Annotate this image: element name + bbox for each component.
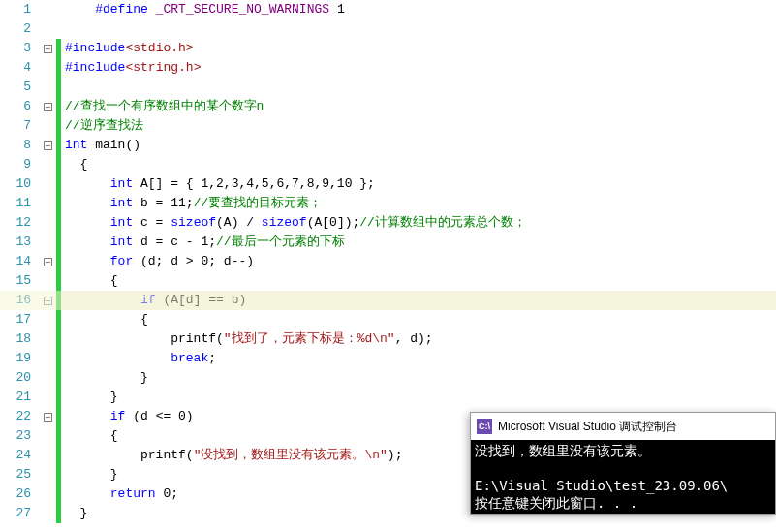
fold-toggle	[39, 310, 56, 329]
line-number: 4	[0, 58, 31, 78]
line-number: 19	[0, 349, 31, 368]
fold-toggle	[39, 78, 56, 97]
line-number: 21	[0, 388, 31, 407]
code-line[interactable]: {	[61, 271, 776, 291]
line-number: 27	[0, 504, 31, 523]
fold-toggle	[39, 116, 56, 136]
line-number: 22	[0, 407, 31, 426]
line-number: 5	[0, 78, 31, 97]
fold-toggle	[39, 504, 56, 523]
code-line[interactable]: int b = 11;//要查找的目标元素；	[61, 194, 776, 213]
code-line[interactable]: int c = sizeof(A) / sizeof(A[0]);//计算数组中…	[61, 213, 776, 233]
line-number: 2	[0, 19, 31, 39]
line-number: 8	[0, 136, 31, 155]
fold-toggle	[39, 426, 56, 446]
code-line[interactable]: int A[] = { 1,2,3,4,5,6,7,8,9,10 };	[61, 174, 776, 194]
line-number: 15	[0, 271, 31, 291]
fold-toggle	[39, 271, 56, 291]
code-line[interactable]: printf("找到了，元素下标是：%d\n", d);	[61, 329, 776, 349]
code-line[interactable]: int main()	[61, 136, 776, 155]
fold-toggle	[39, 485, 56, 504]
code-line[interactable]: for (d; d > 0; d--)	[61, 252, 776, 271]
line-number: 26	[0, 485, 31, 504]
code-line[interactable]	[61, 78, 776, 97]
line-number: 11	[0, 194, 31, 213]
code-line[interactable]: {	[61, 310, 776, 329]
console-title-text: Microsoft Visual Studio 调试控制台	[498, 419, 677, 435]
fold-toggle	[39, 329, 56, 349]
line-number-gutter: 1234567891011121314151617181920212223242…	[0, 0, 39, 532]
fold-toggle	[39, 233, 56, 252]
line-number: 10	[0, 174, 31, 194]
code-line[interactable]: if (A[d] == b)	[61, 291, 776, 310]
fold-toggle[interactable]	[39, 407, 56, 426]
line-number: 25	[0, 465, 31, 485]
fold-toggle[interactable]	[39, 291, 56, 310]
line-number: 23	[0, 426, 31, 446]
fold-column	[39, 0, 56, 532]
fold-toggle[interactable]	[39, 136, 56, 155]
code-line[interactable]: int d = c - 1;//最后一个元素的下标	[61, 233, 776, 252]
line-number: 3	[0, 39, 31, 58]
code-line[interactable]: {	[61, 155, 776, 174]
fold-toggle	[39, 213, 56, 233]
code-line[interactable]: }	[61, 368, 776, 388]
code-line[interactable]: //逆序查找法	[61, 116, 776, 136]
debug-console-window[interactable]: C:\ Microsoft Visual Studio 调试控制台 没找到，数组…	[470, 412, 776, 515]
line-number: 17	[0, 310, 31, 329]
fold-toggle	[39, 19, 56, 39]
fold-toggle	[39, 58, 56, 78]
console-output[interactable]: 没找到，数组里没有该元素。 E:\Visual Studio\test_23.0…	[471, 440, 775, 514]
code-line[interactable]: break;	[61, 349, 776, 368]
line-number: 7	[0, 116, 31, 136]
code-line[interactable]	[61, 19, 776, 39]
fold-toggle	[39, 174, 56, 194]
code-line[interactable]: #include<stdio.h>	[61, 39, 776, 58]
code-line[interactable]: #include<string.h>	[61, 58, 776, 78]
fold-toggle	[39, 0, 56, 19]
fold-toggle[interactable]	[39, 39, 56, 58]
fold-toggle	[39, 349, 56, 368]
line-number: 14	[0, 252, 31, 271]
line-number: 12	[0, 213, 31, 233]
line-number: 6	[0, 97, 31, 116]
line-number: 1	[0, 0, 31, 19]
fold-toggle	[39, 194, 56, 213]
line-number: 16	[0, 291, 31, 310]
line-number: 13	[0, 233, 31, 252]
console-titlebar[interactable]: C:\ Microsoft Visual Studio 调试控制台	[471, 413, 775, 440]
line-number: 9	[0, 155, 31, 174]
code-line[interactable]: #define _CRT_SECURE_NO_WARNINGS 1	[61, 0, 776, 19]
line-number: 24	[0, 446, 31, 465]
fold-toggle	[39, 465, 56, 485]
code-line[interactable]: }	[61, 388, 776, 407]
code-line[interactable]: //查找一个有序数组中的某个数字n	[61, 97, 776, 116]
fold-toggle	[39, 368, 56, 388]
line-number: 20	[0, 368, 31, 388]
fold-toggle	[39, 446, 56, 465]
fold-toggle[interactable]	[39, 252, 56, 271]
line-number: 18	[0, 329, 31, 349]
fold-toggle	[39, 155, 56, 174]
vs-icon: C:\	[477, 419, 492, 434]
fold-toggle[interactable]	[39, 97, 56, 116]
fold-toggle	[39, 388, 56, 407]
